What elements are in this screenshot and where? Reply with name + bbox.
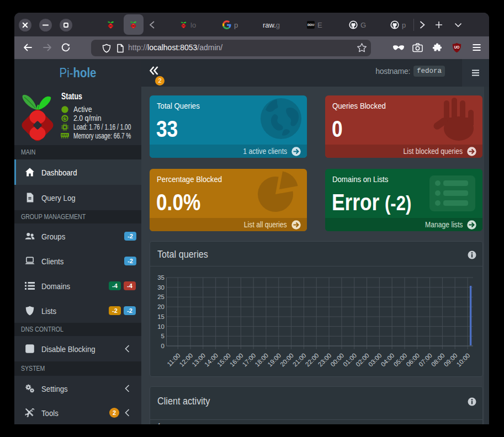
svg-text:02:00: 02:00	[354, 352, 370, 368]
svg-text:5: 5	[161, 333, 165, 339]
svg-text:05:00: 05:00	[392, 352, 408, 368]
svg-text:10: 10	[157, 323, 165, 330]
svg-text:13:00: 13:00	[190, 352, 206, 368]
svg-text:11:00: 11:00	[166, 352, 181, 367]
svg-text:17:00: 17:00	[241, 352, 257, 368]
svg-text:18:00: 18:00	[253, 352, 269, 368]
svg-text:UO: UO	[454, 45, 460, 49]
svg-text:21:00: 21:00	[291, 352, 307, 368]
svg-text:09:00: 09:00	[443, 352, 459, 368]
svg-text:0: 0	[161, 343, 165, 349]
svg-text:14:00: 14:00	[203, 352, 219, 368]
svg-text:35: 35	[157, 274, 165, 281]
svg-text:15: 15	[157, 313, 165, 320]
svg-text:22:00: 22:00	[304, 352, 320, 368]
svg-text:30: 30	[157, 284, 165, 291]
svg-text:15:00: 15:00	[216, 352, 232, 368]
svg-text:01:00: 01:00	[342, 352, 358, 368]
svg-text:16:00: 16:00	[229, 352, 245, 368]
svg-text:12:00: 12:00	[178, 352, 194, 368]
svg-text:25: 25	[157, 294, 165, 300]
svg-text:08:00: 08:00	[430, 352, 446, 368]
svg-text:04:00: 04:00	[380, 352, 396, 368]
svg-text:20:00: 20:00	[279, 352, 295, 368]
svg-text:23:00: 23:00	[317, 352, 333, 368]
svg-text:03:00: 03:00	[367, 352, 383, 368]
svg-text:07:00: 07:00	[417, 352, 433, 368]
svg-text:20: 20	[157, 303, 165, 310]
svg-text:10:00: 10:00	[455, 352, 471, 368]
svg-text:06:00: 06:00	[405, 352, 421, 368]
svg-text:00:00: 00:00	[329, 352, 345, 368]
svg-text:19:00: 19:00	[266, 352, 282, 368]
